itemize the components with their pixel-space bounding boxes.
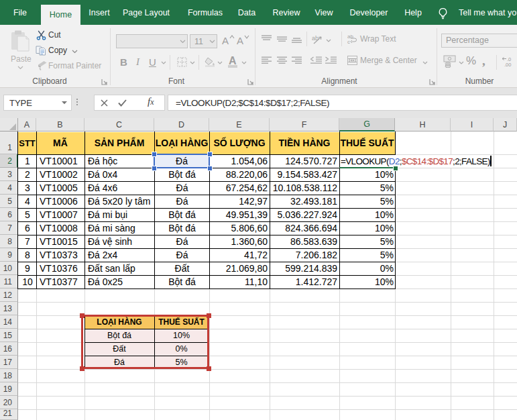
svg-text:c: c: [347, 39, 350, 44]
svg-text:.00: .00: [504, 62, 511, 67]
